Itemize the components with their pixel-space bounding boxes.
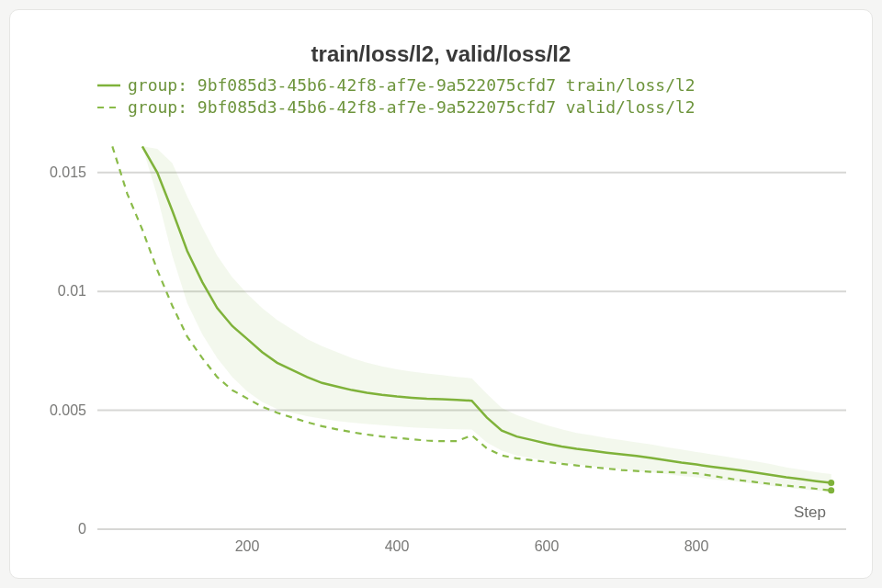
y-tick-label: 0.01	[58, 283, 86, 299]
x-tick-label: 600	[535, 538, 560, 554]
chart-svg: train/loss/l2, valid/loss/l2 group: 9bf0…	[10, 10, 872, 578]
valid-loss-line-endpoint	[828, 487, 834, 493]
x-tick-label: 400	[385, 538, 410, 554]
legend-entry-0: group: 9bf085d3-45b6-42f8-af7e-9a522075c…	[128, 75, 695, 95]
legend-entry-1: group: 9bf085d3-45b6-42f8-af7e-9a522075c…	[128, 97, 695, 117]
chart-card: train/loss/l2, valid/loss/l2 group: 9bf0…	[9, 9, 873, 579]
y-tick-label: 0.015	[50, 164, 86, 180]
chart-title: train/loss/l2, valid/loss/l2	[311, 41, 571, 66]
x-tick-label: 200	[235, 538, 260, 554]
y-tick-label: 0	[78, 521, 86, 537]
y-tick-label: 0.005	[50, 402, 86, 418]
x-tick-label: 800	[684, 538, 709, 554]
confidence-band	[142, 146, 831, 492]
x-axis-label: Step	[794, 503, 826, 521]
plot-area: 00.0050.010.015200400600800	[50, 146, 846, 554]
train-loss-line-endpoint	[828, 480, 834, 486]
legend: group: 9bf085d3-45b6-42f8-af7e-9a522075c…	[97, 75, 695, 117]
